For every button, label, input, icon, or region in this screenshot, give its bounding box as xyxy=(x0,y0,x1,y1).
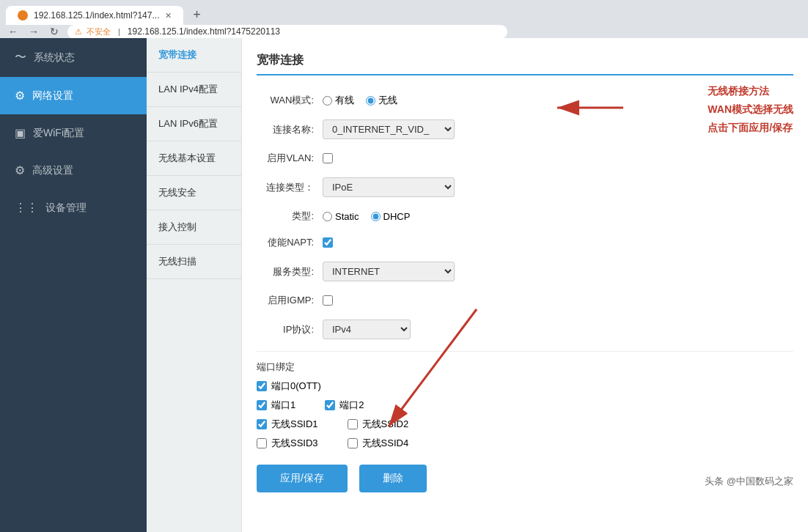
port1-label: 端口1 xyxy=(271,399,295,412)
security-label: 不安全 xyxy=(87,26,111,37)
sub-sidebar-broadband-connect[interactable]: 宽带连接 xyxy=(147,38,241,73)
enable-napt-checkbox[interactable] xyxy=(323,237,333,248)
forward-button[interactable]: → xyxy=(26,26,41,37)
active-tab[interactable]: 192.168.125.1/index.html?147... ✕ xyxy=(6,6,183,25)
service-type-label: 服务类型: xyxy=(257,265,323,278)
wan-mode-wireless-label: 无线 xyxy=(378,94,397,107)
type-dhcp-label: DHCP xyxy=(383,211,411,222)
browser-chrome: 192.168.125.1/index.html?147... ✕ + ← → … xyxy=(0,0,808,38)
enable-napt-row: 使能NAPT: xyxy=(257,229,793,256)
port-binding-section: 端口绑定 端口0(OTT) 端口1 端口2 xyxy=(257,361,793,450)
ssid3-ssid4-row: 无线SSID3 无线SSID4 xyxy=(257,437,793,450)
port2-item[interactable]: 端口2 xyxy=(325,399,364,412)
tab-close-button[interactable]: ✕ xyxy=(165,11,172,21)
port1-item[interactable]: 端口1 xyxy=(257,399,295,412)
ssid4-item[interactable]: 无线SSID4 xyxy=(348,437,409,450)
sidebar-item-device-management[interactable]: ⋮⋮ 设备管理 xyxy=(0,189,147,226)
wan-mode-label: WAN模式: xyxy=(257,94,323,107)
sub-sidebar-access-control[interactable]: 接入控制 xyxy=(147,210,241,245)
connection-type-select[interactable]: IPoE xyxy=(323,177,455,197)
enable-vlan-label: 启用VLAN: xyxy=(257,152,323,165)
advanced-settings-icon: ⚙ xyxy=(15,163,25,177)
port1-checkbox[interactable] xyxy=(257,400,267,410)
ssid3-item[interactable]: 无线SSID3 xyxy=(257,437,318,450)
connection-type-label: 连接类型： xyxy=(257,181,323,194)
sidebar-label-device-management: 设备管理 xyxy=(45,202,87,215)
tab-label: 192.168.125.1/index.html?147... xyxy=(34,10,159,21)
wan-mode-wired-option[interactable]: 有线 xyxy=(323,94,354,107)
annotation: 无线桥接方法 WAN模式选择无线 点击下面应用/保存 xyxy=(708,82,793,138)
type-static-radio[interactable] xyxy=(323,212,332,221)
ip-protocol-label: IP协议: xyxy=(257,323,323,336)
ip-protocol-row: IP协议: IPv4 xyxy=(257,314,793,345)
service-type-row: 服务类型: INTERNET xyxy=(257,256,793,287)
ssid2-checkbox[interactable] xyxy=(348,419,358,429)
network-settings-icon: ⚙ xyxy=(15,89,25,103)
main-layout: 〜 系统状态 ⚙ 网络设置 ▣ 爱WiFi配置 ⚙ 高级设置 ⋮⋮ 设备管理 宽… xyxy=(0,38,808,532)
back-button[interactable]: ← xyxy=(6,26,21,37)
apply-save-button[interactable]: 应用/保存 xyxy=(257,465,348,492)
ip-protocol-control: IPv4 xyxy=(323,319,793,339)
enable-igmp-checkbox[interactable] xyxy=(323,295,333,306)
enable-vlan-control xyxy=(323,153,793,163)
connection-name-select[interactable]: 0_INTERNET_R_VID_ xyxy=(323,119,455,139)
enable-igmp-row: 启用IGMP: xyxy=(257,287,793,314)
port-binding-label: 端口绑定 xyxy=(257,361,793,374)
tab-bar: 192.168.125.1/index.html?147... ✕ + xyxy=(0,0,808,25)
enable-napt-label: 使能NAPT: xyxy=(257,236,323,249)
sidebar-item-system-status[interactable]: 〜 系统状态 xyxy=(0,38,147,77)
ssid2-item[interactable]: 无线SSID2 xyxy=(348,418,409,431)
port0-item[interactable]: 端口0(OTT) xyxy=(257,380,321,393)
enable-vlan-checkbox[interactable] xyxy=(323,153,333,163)
type-row: 类型: Static DHCP xyxy=(257,203,793,229)
port1-port2-row: 端口1 端口2 xyxy=(257,399,793,412)
port2-checkbox[interactable] xyxy=(325,400,335,410)
wan-mode-wired-label: 有线 xyxy=(335,94,354,107)
type-static-label: Static xyxy=(335,211,359,222)
ssid1-checkbox[interactable] xyxy=(257,419,267,429)
address-input[interactable]: ⚠ 不安全 | 192.168.125.1/index.html?1475220… xyxy=(67,25,507,39)
port0-checkbox[interactable] xyxy=(257,381,267,391)
service-type-control: INTERNET xyxy=(323,262,793,281)
wan-mode-wired-radio[interactable] xyxy=(323,96,332,106)
sidebar-label-wifi-settings: 爱WiFi配置 xyxy=(33,127,84,140)
wan-mode-wireless-radio[interactable] xyxy=(366,96,375,106)
refresh-button[interactable]: ↻ xyxy=(47,26,62,37)
enable-igmp-control xyxy=(323,295,793,306)
port0-label: 端口0(OTT) xyxy=(271,380,321,393)
type-dhcp-radio[interactable] xyxy=(371,212,381,221)
annotation-line2: WAN模式选择无线 xyxy=(708,100,793,119)
sub-sidebar-wireless-basic[interactable]: 无线基本设置 xyxy=(147,141,241,176)
type-control: Static DHCP xyxy=(323,211,793,222)
sub-sidebar-wireless-security[interactable]: 无线安全 xyxy=(147,176,241,210)
ssid3-checkbox[interactable] xyxy=(257,438,267,448)
ssid1-label: 无线SSID1 xyxy=(271,418,318,431)
sub-sidebar-lan-ipv6[interactable]: LAN IPv6配置 xyxy=(147,107,241,141)
address-text: 192.168.125.1/index.html?1475220113 xyxy=(128,26,280,37)
sub-sidebar-wireless-scan[interactable]: 无线扫描 xyxy=(147,245,241,279)
port2-label: 端口2 xyxy=(339,399,364,412)
delete-button[interactable]: 删除 xyxy=(359,465,427,492)
ssid3-label: 无线SSID3 xyxy=(271,437,318,450)
annotation-line1: 无线桥接方法 xyxy=(708,82,793,100)
sidebar: 〜 系统状态 ⚙ 网络设置 ▣ 爱WiFi配置 ⚙ 高级设置 ⋮⋮ 设备管理 xyxy=(0,38,147,532)
divider xyxy=(257,351,793,352)
new-tab-button[interactable]: + xyxy=(186,4,207,25)
address-bar: ← → ↻ ⚠ 不安全 | 192.168.125.1/index.html?1… xyxy=(0,25,808,38)
type-static-option[interactable]: Static xyxy=(323,211,359,222)
type-dhcp-option[interactable]: DHCP xyxy=(371,211,411,222)
device-management-icon: ⋮⋮ xyxy=(15,201,38,215)
tab-favicon xyxy=(18,10,28,21)
wan-mode-wireless-option[interactable]: 无线 xyxy=(366,94,397,107)
sidebar-item-advanced-settings[interactable]: ⚙ 高级设置 xyxy=(0,152,147,189)
watermark: 头条 @中国数码之家 xyxy=(705,475,793,488)
ip-protocol-select[interactable]: IPv4 xyxy=(323,319,411,339)
wifi-settings-icon: ▣ xyxy=(15,126,26,140)
ssid4-checkbox[interactable] xyxy=(348,438,358,448)
sub-sidebar-lan-ipv4[interactable]: LAN IPv4配置 xyxy=(147,73,241,107)
service-type-select[interactable]: INTERNET xyxy=(323,262,455,281)
ssid1-item[interactable]: 无线SSID1 xyxy=(257,418,318,431)
ssid4-label: 无线SSID4 xyxy=(362,437,409,450)
sidebar-item-wifi-settings[interactable]: ▣ 爱WiFi配置 xyxy=(0,114,147,152)
sidebar-item-network-settings[interactable]: ⚙ 网络设置 xyxy=(0,77,147,114)
